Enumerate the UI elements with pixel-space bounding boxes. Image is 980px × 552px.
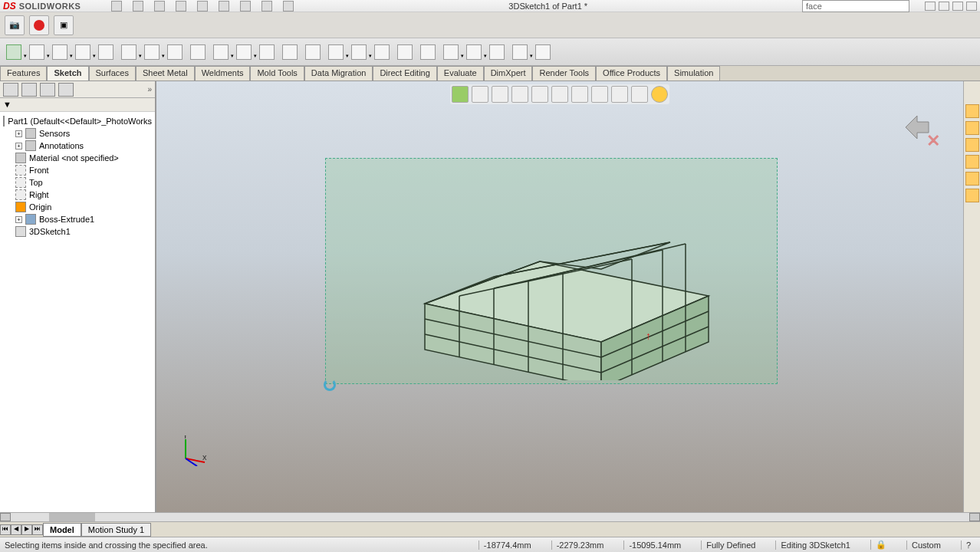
polygon-icon[interactable] [167, 44, 183, 60]
offset-icon[interactable] [374, 44, 390, 60]
tab-model[interactable]: Model [43, 523, 81, 537]
circle-icon[interactable] [121, 44, 136, 60]
scroll-right-icon[interactable] [969, 513, 980, 521]
smart-dimension-icon[interactable] [29, 44, 44, 60]
appearances-icon[interactable] [965, 172, 979, 186]
display-style-icon[interactable] [551, 86, 568, 103]
mirror-icon[interactable] [397, 44, 413, 60]
print-icon[interactable] [176, 1, 186, 12]
tab-sheet-metal[interactable]: Sheet Metal [136, 66, 195, 80]
edit-appearance-icon[interactable] [591, 86, 608, 103]
tab-data-migration[interactable]: Data Migration [304, 66, 373, 80]
save-icon[interactable] [154, 1, 165, 12]
tree-item-right[interactable]: Right [2, 189, 153, 201]
sketch-icon[interactable] [6, 44, 21, 60]
zoom-area-icon[interactable] [472, 86, 488, 103]
maximize-icon[interactable] [952, 2, 963, 11]
capture-button-icon[interactable]: ▣ [54, 15, 74, 35]
zoom-fit-icon[interactable] [452, 86, 469, 103]
previous-view-icon[interactable] [492, 86, 508, 103]
help-icon[interactable] [925, 2, 936, 11]
tree-item-boss-extrude[interactable]: + Boss-Extrude1 [2, 213, 153, 225]
tab-mold-tools[interactable]: Mold Tools [250, 66, 304, 80]
section-view-icon[interactable] [511, 86, 528, 103]
expand-icon[interactable]: + [15, 130, 22, 137]
close-icon[interactable] [966, 2, 977, 11]
fm-dimxpert-icon[interactable] [58, 83, 74, 97]
tree-item-sensors[interactable]: + Sensors [2, 127, 153, 140]
status-lock-icon[interactable]: 🔒 [870, 540, 891, 550]
convert-icon[interactable] [351, 44, 367, 60]
horizontal-scrollbar[interactable] [0, 512, 980, 521]
text-icon[interactable] [282, 44, 298, 60]
trim-icon[interactable] [328, 44, 344, 60]
slot-icon[interactable] [98, 44, 113, 60]
panel-flyout-icon[interactable]: » [147, 85, 152, 94]
tab-direct-editing[interactable]: Direct Editing [373, 66, 436, 80]
view-triad-icon[interactable]: Y x [178, 435, 209, 466]
graphics-viewport[interactable]: ↑ Y x ✕ [156, 81, 963, 512]
tree-item-3dsketch[interactable]: 3DSketch1 [2, 225, 153, 238]
tab-nav-first-icon[interactable]: ⏮ [0, 524, 11, 535]
tab-nav-prev-icon[interactable]: ◀ [11, 524, 21, 535]
fm-configuration-icon[interactable] [40, 83, 55, 97]
apply-scene-icon[interactable] [611, 86, 628, 103]
tree-filter[interactable]: ▼ [0, 98, 155, 112]
capture-image-icon[interactable]: 📷 [5, 15, 25, 35]
display-icon[interactable] [466, 44, 482, 60]
pattern-icon[interactable] [420, 44, 436, 60]
open-icon[interactable] [133, 1, 143, 12]
ellipse-icon[interactable] [213, 44, 229, 60]
view-settings-icon[interactable] [631, 86, 648, 103]
tab-dimxpert[interactable]: DimXpert [484, 66, 533, 80]
scroll-thumb[interactable] [49, 513, 95, 521]
expand-icon[interactable]: + [15, 143, 22, 150]
status-units[interactable]: Custom [906, 540, 945, 550]
tab-nav-last-icon[interactable]: ⏭ [32, 524, 43, 535]
line-icon[interactable] [52, 44, 67, 60]
tab-surfaces[interactable]: Surfaces [89, 66, 136, 80]
tree-root[interactable]: Part1 (Default<<Default>_PhotoWorks [2, 115, 153, 127]
tab-office-products[interactable]: Office Products [596, 66, 667, 80]
new-icon[interactable] [111, 1, 122, 12]
move-icon[interactable] [443, 44, 459, 60]
tree-item-front[interactable]: Front [2, 164, 153, 176]
custom-properties-icon[interactable] [965, 189, 979, 202]
search-input[interactable]: face [802, 0, 909, 12]
undo-icon[interactable] [197, 1, 208, 12]
tree-item-annotations[interactable]: + Annotations [2, 140, 153, 152]
tab-evaluate[interactable]: Evaluate [437, 66, 484, 80]
tab-render-tools[interactable]: Render Tools [532, 66, 596, 80]
select-icon[interactable] [219, 1, 229, 12]
minimize-icon[interactable] [939, 2, 949, 11]
tab-nav-next-icon[interactable]: ▶ [21, 524, 32, 535]
solidworks-resources-icon[interactable] [965, 104, 979, 118]
tab-simulation[interactable]: Simulation [667, 66, 720, 80]
settings-dropdown-icon[interactable] [283, 1, 294, 12]
tab-sketch[interactable]: Sketch [47, 66, 88, 80]
arc-icon[interactable] [144, 44, 159, 60]
rebuild-icon[interactable] [240, 1, 251, 12]
design-library-icon[interactable] [965, 121, 979, 135]
status-help-icon[interactable]: ? [961, 540, 975, 550]
file-explorer-icon[interactable] [965, 138, 979, 152]
scroll-left-icon[interactable] [0, 513, 11, 521]
model-wireframe[interactable] [402, 204, 724, 380]
record-icon[interactable] [29, 15, 49, 35]
quick-snaps-icon[interactable] [512, 44, 528, 60]
fillet-icon[interactable] [236, 44, 252, 60]
fm-property-manager-icon[interactable] [21, 83, 37, 97]
tab-features[interactable]: Features [0, 66, 47, 80]
tree-item-material[interactable]: Material <not specified> [2, 152, 153, 164]
spline-icon[interactable] [190, 44, 206, 60]
expand-icon[interactable]: + [15, 216, 22, 223]
rapid-sketch-icon[interactable] [535, 44, 551, 60]
view-palette-icon[interactable] [965, 155, 979, 169]
plane-icon[interactable] [259, 44, 275, 60]
repair-icon[interactable] [489, 44, 505, 60]
view-orientation-icon[interactable] [531, 86, 548, 103]
fm-design-tree-icon[interactable] [3, 83, 18, 97]
hide-show-icon[interactable] [571, 86, 588, 103]
tab-weldments[interactable]: Weldments [195, 66, 251, 80]
point-icon[interactable] [305, 44, 321, 60]
